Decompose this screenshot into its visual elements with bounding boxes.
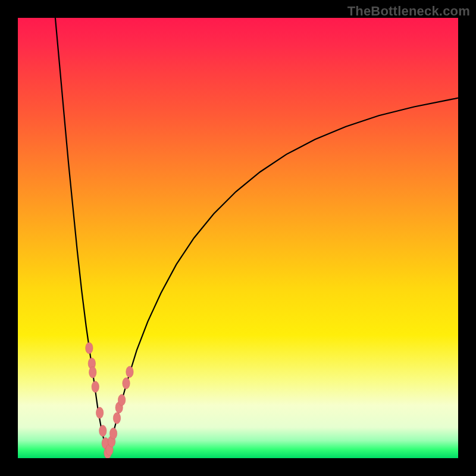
marker-group: [86, 343, 133, 459]
data-marker: [126, 366, 133, 377]
chart-root: TheBottleneck.com: [0, 0, 476, 476]
data-marker: [113, 412, 120, 424]
watermark-label: TheBottleneck.com: [347, 4, 470, 19]
data-marker: [123, 378, 130, 389]
data-marker: [96, 407, 103, 418]
right-branch-curve: [107, 98, 458, 456]
data-marker: [92, 381, 99, 393]
data-marker: [109, 428, 117, 439]
data-marker: [86, 343, 93, 354]
plot-area: [18, 18, 458, 458]
data-marker: [118, 394, 125, 406]
data-marker: [99, 425, 107, 437]
data-marker: [89, 367, 96, 378]
left-branch-curve: [55, 18, 107, 456]
curve-layer: [18, 18, 458, 458]
